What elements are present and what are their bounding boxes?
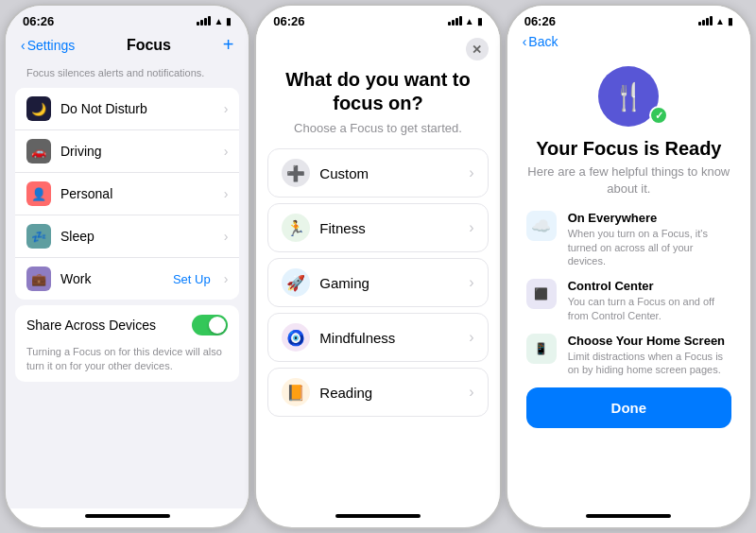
reading-label: Reading xyxy=(319,385,372,401)
focus-option-reading[interactable]: 📙 Reading › xyxy=(267,368,488,417)
focus-ready-content: 🍴 ✓ Your Focus is Ready Here are a few h… xyxy=(507,57,750,508)
chevron-gaming: › xyxy=(469,274,473,291)
chevron-reading: › xyxy=(469,384,473,401)
wifi-icon: ▲ xyxy=(214,16,223,26)
back-button-3[interactable]: ‹ Back xyxy=(523,34,558,49)
cloud-icon: ☁️ xyxy=(526,211,557,241)
work-label: Work xyxy=(60,271,163,286)
sleep-label: Sleep xyxy=(60,229,215,244)
info-everywhere-text: On Everywhere When you turn on a Focus, … xyxy=(568,211,731,267)
option-fitness-left: 🏃 Fitness xyxy=(282,214,365,242)
home-bar-3 xyxy=(586,514,671,518)
ready-icon-wrap: 🍴 ✓ xyxy=(526,66,731,127)
chevron-icon: › xyxy=(224,144,229,159)
status-bar-1: 06:26 ▲ ▮ xyxy=(6,6,249,32)
focus-settings-list: Focus silences alerts and notifications.… xyxy=(6,63,249,508)
share-row: Share Across Devices xyxy=(15,305,239,345)
focus-footer-note: Focus silences alerts and notifications. xyxy=(6,63,249,82)
screen-focus-list: 06:26 ▲ ▮ ‹ Settings Focus + Focus silen… xyxy=(4,4,250,529)
control-center-icon: ⬛ xyxy=(526,279,557,309)
focus-option-fitness[interactable]: 🏃 Fitness › xyxy=(267,203,488,252)
toggle-thumb xyxy=(209,317,226,334)
home-bar-2 xyxy=(335,514,421,518)
status-bar-3: 06:26 ▲ ▮ xyxy=(507,6,750,32)
work-setup-label[interactable]: Set Up xyxy=(173,272,211,286)
option-reading-left: 📙 Reading xyxy=(282,378,372,406)
home-indicator-3 xyxy=(507,508,750,527)
battery-icon-2: ▮ xyxy=(477,16,483,26)
info-home-screen: 📱 Choose Your Home Screen Limit distract… xyxy=(526,334,731,377)
time-1: 06:26 xyxy=(23,14,54,28)
focus-item-sleep[interactable]: 💤 Sleep › xyxy=(15,215,239,258)
personal-label: Personal xyxy=(60,186,215,201)
sleep-icon: 💤 xyxy=(26,224,51,249)
option-mindfulness-left: 🧿 Mindfulness xyxy=(282,323,395,352)
work-icon: 💼 xyxy=(26,266,51,291)
chevron-icon: › xyxy=(224,229,229,244)
close-area: ✕ xyxy=(256,32,499,60)
signal-icon-2 xyxy=(448,16,462,26)
focus-option-mindfulness[interactable]: 🧿 Mindfulness › xyxy=(267,313,488,362)
ready-title: Your Focus is Ready xyxy=(526,138,731,160)
share-across-devices-section: Share Across Devices Turning a Focus on … xyxy=(15,305,239,382)
focus-item-do-not-disturb[interactable]: 🌙 Do Not Disturb › xyxy=(15,88,239,130)
focus-items-section: 🌙 Do Not Disturb › 🚗 Driving › 👤 Persona… xyxy=(15,88,239,300)
screen-focus-ready: 06:26 ▲ ▮ ‹ Back 🍴 ✓ Your Focus is Ready… xyxy=(506,4,752,529)
chooser-title: What do you want to focus on? xyxy=(256,60,499,119)
custom-label: Custom xyxy=(319,165,369,181)
share-toggle[interactable] xyxy=(192,315,228,335)
info-control-desc: You can turn a Focus on and off from Con… xyxy=(568,295,731,322)
chevron-icon: › xyxy=(224,186,229,201)
focus-item-personal[interactable]: 👤 Personal › xyxy=(15,173,239,215)
focus-option-gaming[interactable]: 🚀 Gaming › xyxy=(267,258,488,307)
driving-icon: 🚗 xyxy=(26,139,51,163)
gaming-label: Gaming xyxy=(319,275,369,291)
personal-icon: 👤 xyxy=(26,181,51,206)
reading-icon: 📙 xyxy=(282,378,310,406)
status-icons-3: ▲ ▮ xyxy=(698,16,733,26)
status-bar-2: 06:26 ▲ ▮ xyxy=(256,6,499,32)
info-control-center: ⬛ Control Center You can turn a Focus on… xyxy=(526,279,731,322)
info-home-text: Choose Your Home Screen Limit distractio… xyxy=(568,334,731,377)
chevron-icon: › xyxy=(224,271,229,286)
page-title-1: Focus xyxy=(127,37,171,54)
home-indicator-2 xyxy=(256,508,499,527)
home-indicator-1 xyxy=(6,508,249,527)
chevron-icon: › xyxy=(224,101,229,116)
chevron-mindfulness: › xyxy=(469,329,473,346)
back-settings-button[interactable]: ‹ Settings xyxy=(21,38,75,53)
signal-icon-3 xyxy=(698,16,713,26)
chooser-subtitle: Choose a Focus to get started. xyxy=(256,119,499,145)
battery-icon: ▮ xyxy=(226,16,232,26)
share-description: Turning a Focus on for this device will … xyxy=(15,345,239,382)
done-button[interactable]: Done xyxy=(526,387,731,428)
option-gaming-left: 🚀 Gaming xyxy=(282,268,369,297)
info-home-title: Choose Your Home Screen xyxy=(568,334,731,348)
wifi-icon-3: ▲ xyxy=(715,16,725,26)
nav-bar-3: ‹ Back xyxy=(507,32,750,57)
add-focus-button[interactable]: + xyxy=(223,34,234,56)
wifi-icon-2: ▲ xyxy=(465,16,474,26)
share-label: Share Across Devices xyxy=(26,318,156,333)
battery-icon-3: ▮ xyxy=(728,16,733,26)
info-everywhere-title: On Everywhere xyxy=(568,211,731,225)
screen-focus-chooser: 06:26 ▲ ▮ ✕ What do you want to focus on… xyxy=(254,4,501,529)
ready-subtitle: Here are a few helpful things to know ab… xyxy=(526,163,731,198)
focus-item-driving[interactable]: 🚗 Driving › xyxy=(15,130,239,173)
focus-option-custom[interactable]: ➕ Custom › xyxy=(267,148,488,198)
close-button[interactable]: ✕ xyxy=(466,38,489,60)
chevron-fitness: › xyxy=(469,219,473,236)
mindfulness-label: Mindfulness xyxy=(319,330,395,346)
fitness-label: Fitness xyxy=(319,220,365,236)
info-everywhere-desc: When you turn on a Focus, it's turned on… xyxy=(568,227,731,267)
do-not-disturb-icon: 🌙 xyxy=(26,96,51,121)
focus-item-work[interactable]: 💼 Work Set Up › xyxy=(15,258,239,300)
chevron-back-icon-3: ‹ xyxy=(523,34,527,49)
status-icons-1: ▲ ▮ xyxy=(197,16,232,26)
info-everywhere: ☁️ On Everywhere When you turn on a Focu… xyxy=(526,211,731,267)
info-control-title: Control Center xyxy=(568,279,731,293)
custom-icon: ➕ xyxy=(282,159,310,187)
info-home-desc: Limit distractions when a Focus is on by… xyxy=(568,350,731,377)
ready-checkmark: ✓ xyxy=(649,106,668,125)
status-icons-2: ▲ ▮ xyxy=(448,16,483,26)
